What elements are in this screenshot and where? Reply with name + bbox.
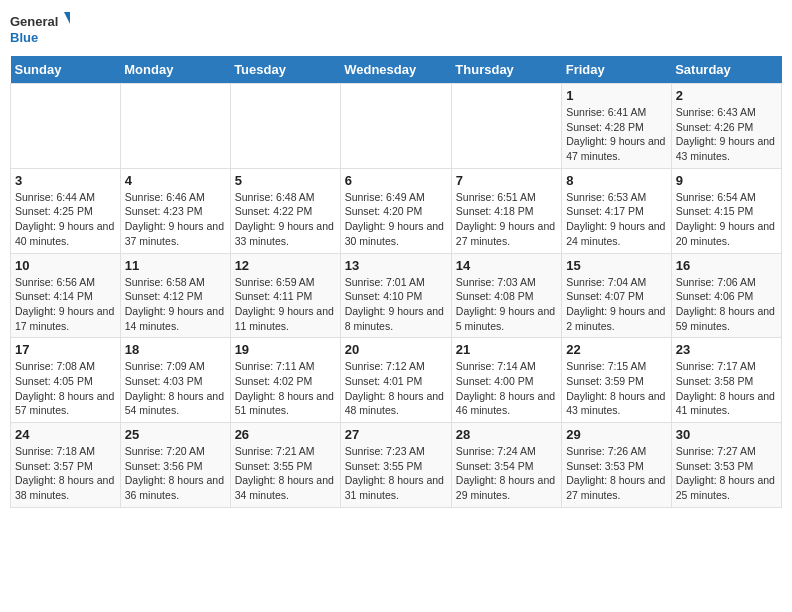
- day-number: 26: [235, 427, 336, 442]
- calendar-cell: 4Sunrise: 6:46 AM Sunset: 4:23 PM Daylig…: [120, 168, 230, 253]
- logo: General Blue: [10, 10, 70, 50]
- day-number: 9: [676, 173, 777, 188]
- calendar-cell: 2Sunrise: 6:43 AM Sunset: 4:26 PM Daylig…: [671, 84, 781, 169]
- calendar-week-row: 3Sunrise: 6:44 AM Sunset: 4:25 PM Daylig…: [11, 168, 782, 253]
- calendar-cell: 14Sunrise: 7:03 AM Sunset: 4:08 PM Dayli…: [451, 253, 561, 338]
- day-number: 3: [15, 173, 116, 188]
- day-info: Sunrise: 7:18 AM Sunset: 3:57 PM Dayligh…: [15, 444, 116, 503]
- calendar-cell: 6Sunrise: 6:49 AM Sunset: 4:20 PM Daylig…: [340, 168, 451, 253]
- day-number: 6: [345, 173, 447, 188]
- day-info: Sunrise: 7:20 AM Sunset: 3:56 PM Dayligh…: [125, 444, 226, 503]
- weekday-header: Tuesday: [230, 56, 340, 84]
- day-info: Sunrise: 7:12 AM Sunset: 4:01 PM Dayligh…: [345, 359, 447, 418]
- day-number: 19: [235, 342, 336, 357]
- svg-marker-2: [64, 12, 70, 28]
- weekday-header: Sunday: [11, 56, 121, 84]
- svg-text:General: General: [10, 14, 58, 29]
- day-info: Sunrise: 6:41 AM Sunset: 4:28 PM Dayligh…: [566, 105, 666, 164]
- day-number: 17: [15, 342, 116, 357]
- day-info: Sunrise: 7:23 AM Sunset: 3:55 PM Dayligh…: [345, 444, 447, 503]
- calendar-cell: 22Sunrise: 7:15 AM Sunset: 3:59 PM Dayli…: [562, 338, 671, 423]
- calendar-cell: 10Sunrise: 6:56 AM Sunset: 4:14 PM Dayli…: [11, 253, 121, 338]
- day-info: Sunrise: 6:53 AM Sunset: 4:17 PM Dayligh…: [566, 190, 666, 249]
- calendar-cell: [11, 84, 121, 169]
- day-info: Sunrise: 7:27 AM Sunset: 3:53 PM Dayligh…: [676, 444, 777, 503]
- calendar-cell: 3Sunrise: 6:44 AM Sunset: 4:25 PM Daylig…: [11, 168, 121, 253]
- day-info: Sunrise: 7:09 AM Sunset: 4:03 PM Dayligh…: [125, 359, 226, 418]
- day-info: Sunrise: 7:04 AM Sunset: 4:07 PM Dayligh…: [566, 275, 666, 334]
- calendar-cell: 27Sunrise: 7:23 AM Sunset: 3:55 PM Dayli…: [340, 423, 451, 508]
- calendar-cell: 19Sunrise: 7:11 AM Sunset: 4:02 PM Dayli…: [230, 338, 340, 423]
- day-number: 11: [125, 258, 226, 273]
- day-number: 1: [566, 88, 666, 103]
- calendar-cell: [120, 84, 230, 169]
- calendar-cell: 28Sunrise: 7:24 AM Sunset: 3:54 PM Dayli…: [451, 423, 561, 508]
- calendar-cell: 13Sunrise: 7:01 AM Sunset: 4:10 PM Dayli…: [340, 253, 451, 338]
- calendar-cell: [230, 84, 340, 169]
- calendar-cell: 16Sunrise: 7:06 AM Sunset: 4:06 PM Dayli…: [671, 253, 781, 338]
- calendar-cell: 18Sunrise: 7:09 AM Sunset: 4:03 PM Dayli…: [120, 338, 230, 423]
- calendar-cell: 8Sunrise: 6:53 AM Sunset: 4:17 PM Daylig…: [562, 168, 671, 253]
- day-number: 16: [676, 258, 777, 273]
- calendar-cell: 9Sunrise: 6:54 AM Sunset: 4:15 PM Daylig…: [671, 168, 781, 253]
- day-info: Sunrise: 6:43 AM Sunset: 4:26 PM Dayligh…: [676, 105, 777, 164]
- day-info: Sunrise: 6:49 AM Sunset: 4:20 PM Dayligh…: [345, 190, 447, 249]
- calendar-cell: 29Sunrise: 7:26 AM Sunset: 3:53 PM Dayli…: [562, 423, 671, 508]
- weekday-header: Monday: [120, 56, 230, 84]
- weekday-header-row: SundayMondayTuesdayWednesdayThursdayFrid…: [11, 56, 782, 84]
- calendar-table: SundayMondayTuesdayWednesdayThursdayFrid…: [10, 56, 782, 508]
- day-number: 7: [456, 173, 557, 188]
- weekday-header: Friday: [562, 56, 671, 84]
- day-info: Sunrise: 6:44 AM Sunset: 4:25 PM Dayligh…: [15, 190, 116, 249]
- day-number: 25: [125, 427, 226, 442]
- day-info: Sunrise: 7:17 AM Sunset: 3:58 PM Dayligh…: [676, 359, 777, 418]
- calendar-cell: [451, 84, 561, 169]
- calendar-cell: 23Sunrise: 7:17 AM Sunset: 3:58 PM Dayli…: [671, 338, 781, 423]
- day-number: 8: [566, 173, 666, 188]
- day-info: Sunrise: 6:59 AM Sunset: 4:11 PM Dayligh…: [235, 275, 336, 334]
- weekday-header: Saturday: [671, 56, 781, 84]
- day-number: 12: [235, 258, 336, 273]
- day-info: Sunrise: 7:26 AM Sunset: 3:53 PM Dayligh…: [566, 444, 666, 503]
- calendar-week-row: 24Sunrise: 7:18 AM Sunset: 3:57 PM Dayli…: [11, 423, 782, 508]
- day-info: Sunrise: 7:14 AM Sunset: 4:00 PM Dayligh…: [456, 359, 557, 418]
- calendar-cell: 11Sunrise: 6:58 AM Sunset: 4:12 PM Dayli…: [120, 253, 230, 338]
- day-number: 15: [566, 258, 666, 273]
- calendar-cell: 7Sunrise: 6:51 AM Sunset: 4:18 PM Daylig…: [451, 168, 561, 253]
- calendar-cell: 12Sunrise: 6:59 AM Sunset: 4:11 PM Dayli…: [230, 253, 340, 338]
- day-info: Sunrise: 6:54 AM Sunset: 4:15 PM Dayligh…: [676, 190, 777, 249]
- day-number: 2: [676, 88, 777, 103]
- day-number: 4: [125, 173, 226, 188]
- calendar-cell: [340, 84, 451, 169]
- svg-text:Blue: Blue: [10, 30, 38, 45]
- calendar-cell: 15Sunrise: 7:04 AM Sunset: 4:07 PM Dayli…: [562, 253, 671, 338]
- day-info: Sunrise: 6:51 AM Sunset: 4:18 PM Dayligh…: [456, 190, 557, 249]
- calendar-cell: 5Sunrise: 6:48 AM Sunset: 4:22 PM Daylig…: [230, 168, 340, 253]
- calendar-cell: 24Sunrise: 7:18 AM Sunset: 3:57 PM Dayli…: [11, 423, 121, 508]
- page-header: General Blue: [10, 10, 782, 50]
- calendar-cell: 25Sunrise: 7:20 AM Sunset: 3:56 PM Dayli…: [120, 423, 230, 508]
- weekday-header: Thursday: [451, 56, 561, 84]
- calendar-cell: 21Sunrise: 7:14 AM Sunset: 4:00 PM Dayli…: [451, 338, 561, 423]
- calendar-week-row: 10Sunrise: 6:56 AM Sunset: 4:14 PM Dayli…: [11, 253, 782, 338]
- calendar-week-row: 1Sunrise: 6:41 AM Sunset: 4:28 PM Daylig…: [11, 84, 782, 169]
- day-info: Sunrise: 6:48 AM Sunset: 4:22 PM Dayligh…: [235, 190, 336, 249]
- calendar-cell: 30Sunrise: 7:27 AM Sunset: 3:53 PM Dayli…: [671, 423, 781, 508]
- day-info: Sunrise: 7:24 AM Sunset: 3:54 PM Dayligh…: [456, 444, 557, 503]
- day-number: 20: [345, 342, 447, 357]
- day-number: 29: [566, 427, 666, 442]
- day-number: 28: [456, 427, 557, 442]
- day-number: 27: [345, 427, 447, 442]
- day-number: 10: [15, 258, 116, 273]
- day-info: Sunrise: 7:21 AM Sunset: 3:55 PM Dayligh…: [235, 444, 336, 503]
- calendar-cell: 1Sunrise: 6:41 AM Sunset: 4:28 PM Daylig…: [562, 84, 671, 169]
- day-info: Sunrise: 7:01 AM Sunset: 4:10 PM Dayligh…: [345, 275, 447, 334]
- day-info: Sunrise: 7:03 AM Sunset: 4:08 PM Dayligh…: [456, 275, 557, 334]
- day-number: 22: [566, 342, 666, 357]
- day-info: Sunrise: 6:46 AM Sunset: 4:23 PM Dayligh…: [125, 190, 226, 249]
- day-info: Sunrise: 6:58 AM Sunset: 4:12 PM Dayligh…: [125, 275, 226, 334]
- logo-svg: General Blue: [10, 10, 70, 50]
- weekday-header: Wednesday: [340, 56, 451, 84]
- day-info: Sunrise: 7:08 AM Sunset: 4:05 PM Dayligh…: [15, 359, 116, 418]
- day-number: 5: [235, 173, 336, 188]
